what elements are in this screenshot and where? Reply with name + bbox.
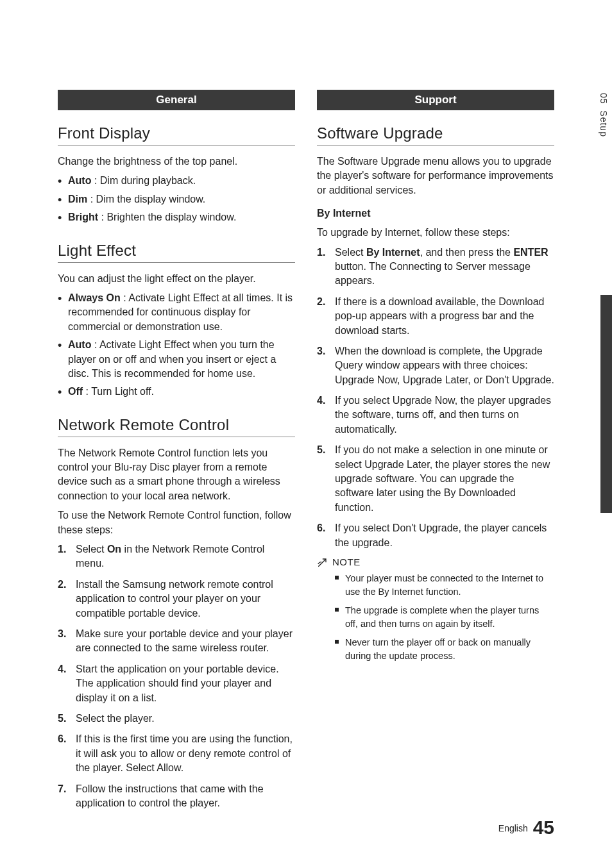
by-internet-intro: To upgrade by Internet, follow these ste… <box>317 226 554 240</box>
step-text-bold2: ENTER <box>513 247 548 258</box>
step-text: Follow the instructions that came with t… <box>76 783 264 808</box>
light-effect-list: Always On : Activate Light Effect at all… <box>58 291 295 399</box>
network-remote-intro-2: To use the Network Remote Control functi… <box>58 508 295 537</box>
content-columns: General Front Display Change the brightn… <box>58 90 554 817</box>
front-display-list: Auto : Dim during playback. Dim : Dim th… <box>58 174 295 224</box>
step-item: 4.Start the application on your portable… <box>58 662 295 705</box>
note-list: Your player must be connected to the Int… <box>335 572 554 663</box>
heading-network-remote: Network Remote Control <box>58 416 295 437</box>
step-item: 3.Make sure your portable device and you… <box>58 627 295 656</box>
light-effect-intro: You can adjust the light effect on the p… <box>58 272 295 286</box>
chapter-label: Setup <box>599 110 609 137</box>
step-text: If you select Don't Upgrade, the player … <box>335 522 547 547</box>
step-text-bold1: By Internet <box>366 247 420 258</box>
list-item: Auto : Activate Light Effect when you tu… <box>58 338 295 381</box>
step-item: 7.Follow the instructions that came with… <box>58 782 295 811</box>
option-label: Bright <box>68 212 98 222</box>
step-text: Start the application on your portable d… <box>76 664 279 703</box>
step-text: Select the player. <box>76 713 155 724</box>
list-item: Auto : Dim during playback. <box>58 174 295 188</box>
step-text-post: button. The Connecting to Server message… <box>335 261 531 286</box>
network-remote-intro-1: The Network Remote Control function lets… <box>58 446 295 504</box>
subheading-by-internet: By Internet <box>317 208 554 219</box>
right-column: Support Software Upgrade The Software Up… <box>317 90 554 817</box>
network-remote-steps: 1.Select On in the Network Remote Contro… <box>58 542 295 810</box>
option-label: Auto <box>68 175 91 186</box>
by-internet-steps: 1.Select By Internet, and then press the… <box>317 246 554 550</box>
front-display-intro: Change the brightness of the top panel. <box>58 154 295 169</box>
list-item: Dim : Dim the display window. <box>58 192 295 206</box>
footer-language: English <box>498 823 528 833</box>
step-text-pre: Select <box>335 247 366 258</box>
left-column: General Front Display Change the brightn… <box>58 90 295 817</box>
side-tab-indicator <box>600 295 612 513</box>
step-number: 4. <box>317 394 325 408</box>
note-item: Your player must be connected to the Int… <box>335 572 554 599</box>
option-label: Off <box>68 386 83 397</box>
step-number: 1. <box>317 246 325 260</box>
option-label: Auto <box>68 339 91 350</box>
step-text-mid: , and then press the <box>420 247 514 258</box>
banner-support: Support <box>317 90 554 110</box>
step-item: 2.If there is a download available, the … <box>317 295 554 338</box>
step-number: 5. <box>58 712 66 726</box>
option-label: Dim <box>68 194 87 204</box>
option-label: Always On <box>68 292 121 303</box>
step-number: 6. <box>317 521 325 535</box>
heading-light-effect: Light Effect <box>58 242 295 263</box>
list-item: Off : Turn Light off. <box>58 385 295 399</box>
option-desc: : Turn Light off. <box>83 386 154 397</box>
step-text: If you do not make a selection in one mi… <box>335 444 550 513</box>
step-text: Make sure your portable device and your … <box>76 628 293 653</box>
step-text: If you select Upgrade Now, the player up… <box>335 395 551 435</box>
option-desc: : Brighten the display window. <box>98 212 236 222</box>
step-number: 5. <box>317 443 325 457</box>
option-desc: : Activate Light Effect when you turn th… <box>68 339 276 379</box>
note-item: Never turn the player off or back on man… <box>335 636 554 663</box>
step-number: 4. <box>58 662 66 676</box>
heading-software-upgrade: Software Upgrade <box>317 124 554 146</box>
step-item: 5.Select the player. <box>58 712 295 726</box>
step-number: 3. <box>317 344 325 358</box>
footer-page-number: 45 <box>533 817 554 838</box>
note-item: The upgrade is complete when the player … <box>335 604 554 631</box>
step-text: Install the Samsung network remote contr… <box>76 579 273 619</box>
banner-general: General <box>58 90 295 110</box>
step-item: 6.If this is the first time you are usin… <box>58 732 295 775</box>
page-footer: English 45 <box>498 817 554 839</box>
step-item: 1.Select By Internet, and then press the… <box>317 246 554 288</box>
step-item: 3.When the download is complete, the Upg… <box>317 344 554 387</box>
chapter-number: 05 <box>599 93 609 104</box>
step-number: 2. <box>317 295 325 309</box>
step-number: 6. <box>58 732 66 746</box>
step-text-bold: On <box>107 544 121 555</box>
note-label: NOTE <box>332 556 361 567</box>
step-number: 7. <box>58 782 66 796</box>
step-number: 1. <box>58 542 66 556</box>
step-text: If there is a download available, the Do… <box>335 296 544 336</box>
step-item: 5.If you do not make a selection in one … <box>317 443 554 515</box>
step-item: 4.If you select Upgrade Now, the player … <box>317 394 554 437</box>
list-item: Bright : Brighten the display window. <box>58 210 295 224</box>
note-icon <box>317 558 327 568</box>
step-item: 1.Select On in the Network Remote Contro… <box>58 542 295 571</box>
step-item: 2.Install the Samsung network remote con… <box>58 578 295 621</box>
side-tab: 05 Setup <box>597 0 612 868</box>
step-text-pre: Select <box>76 544 107 555</box>
option-desc: : Dim the display window. <box>87 194 205 204</box>
note-header: NOTE <box>317 556 554 568</box>
step-number: 3. <box>58 627 66 641</box>
step-number: 2. <box>58 578 66 592</box>
side-tab-label: 05 Setup <box>597 93 609 137</box>
software-upgrade-intro: The Software Upgrade menu allows you to … <box>317 154 554 197</box>
list-item: Always On : Activate Light Effect at all… <box>58 291 295 334</box>
step-text: If this is the first time you are using … <box>76 733 293 773</box>
step-text: When the download is complete, the Upgra… <box>335 346 554 385</box>
heading-front-display: Front Display <box>58 124 295 146</box>
step-item: 6.If you select Don't Upgrade, the playe… <box>317 521 554 550</box>
option-desc: : Dim during playback. <box>91 175 196 186</box>
